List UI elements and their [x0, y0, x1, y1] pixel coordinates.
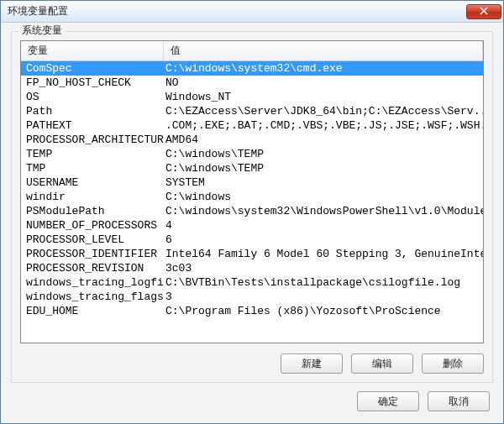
cell-variable-name: TEMP — [21, 147, 164, 161]
cell-variable-name: PROCESSOR_REVISION — [21, 261, 164, 275]
cell-variable-name: EDU_HOME — [21, 304, 164, 318]
table-row[interactable]: TEMPC:\windows\TEMP — [21, 147, 483, 161]
ok-button[interactable]: 确定 — [357, 391, 419, 411]
table-row[interactable]: windows_tracing_logfileC:\BVTBin\Tests\i… — [21, 275, 483, 290]
cell-variable-value: 6 — [164, 233, 483, 247]
table-row[interactable]: EDU_HOMEC:\Program Files (x86)\Yozosoft\… — [21, 304, 483, 318]
list-body: ComSpecC:\windows\system32\cmd.exeFP_NO_… — [21, 61, 483, 318]
table-row[interactable]: PROCESSOR_IDENTIFIERIntel64 Family 6 Mod… — [21, 247, 483, 261]
cell-variable-name: TMP — [21, 161, 164, 175]
table-row[interactable]: OSWindows_NT — [21, 90, 483, 104]
cell-variable-value: 3 — [164, 290, 483, 304]
cell-variable-value: SYSTEM — [164, 175, 483, 190]
table-row[interactable]: USERNAMESYSTEM — [21, 175, 483, 190]
variables-listview[interactable]: 变量 值 ComSpecC:\windows\system32\cmd.exeF… — [20, 40, 484, 343]
close-button[interactable] — [466, 4, 501, 19]
table-row[interactable]: TMPC:\windows\TEMP — [21, 161, 483, 175]
cell-variable-value: .COM;.EXE;.BAT;.CMD;.VBS;.VBE;.JS;.JSE;.… — [164, 118, 483, 133]
titlebar[interactable]: 环境变量配置 — [1, 1, 503, 23]
cell-variable-name: NUMBER_OF_PROCESSORS — [21, 218, 164, 233]
cell-variable-name: ComSpec — [21, 61, 164, 76]
cell-variable-name: PROCESSOR_IDENTIFIER — [21, 247, 164, 261]
cell-variable-name: Path — [21, 104, 164, 118]
group-label: 系统变量 — [18, 24, 66, 38]
cell-variable-name: OS — [21, 90, 164, 104]
cell-variable-name: PROCESSOR_LEVEL — [21, 233, 164, 247]
cell-variable-value: C:\windows\system32\WindowsPowerShell\v1… — [164, 204, 483, 218]
cell-variable-value: C:\Program Files (x86)\Yozosoft\ProScien… — [164, 304, 483, 318]
cell-variable-value: C:\windows\system32\cmd.exe — [164, 61, 483, 76]
cell-variable-name: windir — [21, 190, 164, 204]
window-title: 环境变量配置 — [8, 4, 466, 18]
cell-variable-name: PROCESSOR_ARCHITECTURE — [21, 133, 164, 147]
edit-button[interactable]: 编辑 — [351, 353, 413, 374]
table-row[interactable]: FP_NO_HOST_CHECKNO — [21, 76, 483, 90]
table-row[interactable]: PROCESSOR_ARCHITECTUREAMD64 — [21, 133, 483, 147]
system-variables-group: 系统变量 变量 值 ComSpecC:\windows\system32\cmd… — [11, 31, 493, 383]
cell-variable-value: 4 — [164, 218, 483, 233]
new-button[interactable]: 新建 — [281, 353, 343, 374]
column-header-name[interactable]: 变量 — [21, 41, 164, 60]
cell-variable-value: AMD64 — [164, 133, 483, 147]
client-area: 系统变量 变量 值 ComSpecC:\windows\system32\cmd… — [1, 23, 503, 423]
cell-variable-value: 3c03 — [164, 261, 483, 275]
table-row[interactable]: PROCESSOR_LEVEL6 — [21, 233, 483, 247]
table-row[interactable]: ComSpecC:\windows\system32\cmd.exe — [21, 61, 483, 76]
cell-variable-value: C:\EZAccess\Server\JDK8_64\bin;C:\EZAcce… — [164, 104, 483, 118]
cell-variable-value: NO — [164, 76, 483, 90]
cell-variable-name: FP_NO_HOST_CHECK — [21, 76, 164, 90]
cell-variable-value: Intel64 Family 6 Model 60 Stepping 3, Ge… — [164, 247, 483, 261]
cell-variable-value: Windows_NT — [164, 90, 483, 104]
table-row[interactable]: PathC:\EZAccess\Server\JDK8_64\bin;C:\EZ… — [21, 104, 483, 118]
cell-variable-name: USERNAME — [21, 175, 164, 190]
table-row[interactable]: NUMBER_OF_PROCESSORS4 — [21, 218, 483, 233]
table-row[interactable]: windirC:\windows — [21, 190, 483, 204]
table-row[interactable]: PSModulePathC:\windows\system32\WindowsP… — [21, 204, 483, 218]
table-row[interactable]: PATHEXT.COM;.EXE;.BAT;.CMD;.VBS;.VBE;.JS… — [21, 118, 483, 133]
column-header-value[interactable]: 值 — [164, 41, 483, 60]
cancel-button[interactable]: 取消 — [428, 391, 490, 411]
cell-variable-name: windows_tracing_logfile — [21, 275, 164, 290]
cell-variable-value: C:\windows\TEMP — [164, 161, 483, 175]
table-row[interactable]: windows_tracing_flags3 — [21, 290, 483, 304]
cell-variable-value: C:\windows — [164, 190, 483, 204]
cell-variable-value: C:\windows\TEMP — [164, 147, 483, 161]
group-buttons: 新建 编辑 删除 — [20, 343, 484, 374]
delete-button[interactable]: 删除 — [422, 353, 484, 374]
cell-variable-name: PSModulePath — [21, 204, 164, 218]
list-header[interactable]: 变量 值 — [21, 41, 483, 61]
close-icon — [480, 6, 488, 18]
cell-variable-name: windows_tracing_flags — [21, 290, 164, 304]
dialog-buttons: 确定 取消 — [11, 383, 493, 415]
cell-variable-value: C:\BVTBin\Tests\installpackage\csilogfil… — [164, 275, 483, 290]
table-row[interactable]: PROCESSOR_REVISION3c03 — [21, 261, 483, 275]
dialog-window: 环境变量配置 系统变量 变量 值 ComSpecC:\windows\syste… — [0, 0, 504, 424]
cell-variable-name: PATHEXT — [21, 118, 164, 133]
